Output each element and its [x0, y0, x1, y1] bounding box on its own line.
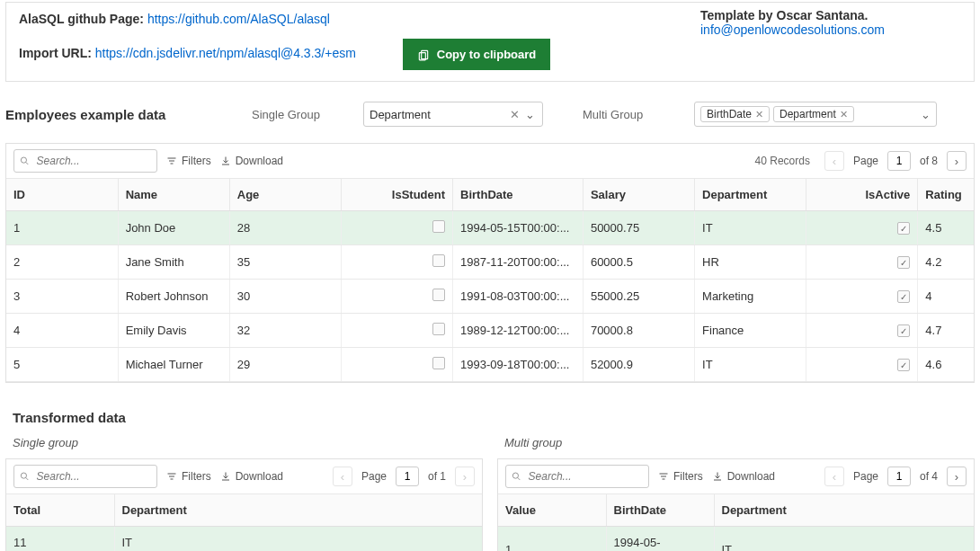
single-filters-button[interactable]: Filters [166, 470, 211, 483]
multi-page-next[interactable]: › [947, 467, 967, 486]
github-label: AlaSQL github Page: [19, 12, 147, 26]
download-icon [220, 471, 231, 482]
multi-search-input[interactable] [505, 465, 649, 488]
close-icon[interactable]: ✕ [840, 109, 848, 120]
single-page-number[interactable] [396, 467, 419, 486]
download-icon [220, 156, 231, 166]
filter-icon [166, 471, 177, 482]
single-page-of: of 1 [428, 470, 446, 483]
col-salary[interactable]: Salary [583, 179, 694, 211]
multi-download-button[interactable]: Download [712, 470, 775, 483]
col-department[interactable]: Department [714, 494, 974, 527]
col-isactive[interactable]: IsActive [806, 179, 918, 211]
table-row[interactable]: 2Jane Smith351987-11-20T00:00:...60000.5… [6, 245, 974, 280]
employees-title: Employees example data [5, 107, 230, 122]
clear-icon[interactable]: ✕ [506, 108, 523, 121]
filters-button[interactable]: Filters [166, 155, 211, 167]
checkbox-icon[interactable] [432, 254, 445, 267]
close-icon[interactable]: ✕ [755, 109, 763, 120]
single-download-button[interactable]: Download [220, 470, 283, 483]
table-row[interactable]: 11 IT [6, 527, 482, 552]
col-value[interactable]: Value [498, 494, 606, 527]
single-page-next[interactable]: › [455, 467, 475, 486]
filter-icon [658, 471, 669, 482]
checkbox-icon[interactable] [432, 220, 445, 233]
multi-group-label: Multi Group [583, 108, 673, 121]
svg-line-10 [26, 477, 29, 480]
checkbox-checked-icon[interactable] [897, 222, 910, 235]
checkbox-icon[interactable] [432, 357, 445, 369]
col-age[interactable]: Age [229, 179, 341, 211]
table-row[interactable]: 3Robert Johnson301991-08-03T00:00:...550… [6, 280, 974, 314]
transformed-title: Transformed data [0, 401, 980, 431]
svg-point-16 [512, 473, 518, 478]
single-page-label: Page [361, 470, 387, 483]
import-link[interactable]: https://cdn.jsdelivr.net/npm/alasql@4.3.… [95, 46, 356, 60]
single-group-table: Total Department 11 IT [6, 494, 482, 551]
table-row[interactable]: 1 1994-05-15T00:00:... IT [498, 527, 974, 552]
page-label: Page [853, 155, 878, 167]
download-button[interactable]: Download [220, 155, 283, 167]
svg-line-17 [518, 477, 521, 480]
col-department[interactable]: Department [695, 179, 806, 211]
employees-table: IDNameAgeIsStudentBirthDateSalaryDepartm… [6, 179, 974, 382]
multi-group-select[interactable]: BirthDate✕ Department✕ ⌄ [694, 102, 937, 127]
svg-line-3 [26, 162, 29, 164]
tag-department[interactable]: Department✕ [773, 106, 854, 122]
copy-clipboard-button[interactable]: Copy to clipboard [403, 39, 551, 70]
multi-filters-button[interactable]: Filters [658, 470, 703, 483]
single-group-label: Single Group [252, 108, 342, 121]
multi-group-subtitle: Multi group [497, 431, 975, 458]
chevron-down-icon: ⌄ [921, 108, 931, 121]
search-icon [20, 156, 30, 166]
checkbox-checked-icon[interactable] [897, 256, 910, 269]
contact-email[interactable]: info@openlowcodesolutions.com [700, 22, 885, 37]
col-isstudent[interactable]: IsStudent [341, 179, 452, 211]
checkbox-checked-icon[interactable] [897, 359, 910, 371]
checkbox-icon[interactable] [432, 289, 445, 301]
checkbox-checked-icon[interactable] [897, 290, 910, 303]
col-rating[interactable]: Rating [918, 179, 974, 211]
page-next-button[interactable]: › [947, 151, 967, 171]
col-total[interactable]: Total [6, 494, 114, 527]
col-name[interactable]: Name [118, 179, 229, 211]
table-row[interactable]: 1John Doe281994-05-15T00:00:...50000.75I… [6, 211, 974, 245]
svg-point-9 [21, 473, 26, 478]
multi-page-label: Page [853, 470, 878, 483]
svg-rect-0 [421, 50, 427, 58]
record-count: 40 Records [755, 155, 810, 167]
employees-table-container: Filters Download 40 Records ‹ Page of 8 … [5, 143, 975, 383]
multi-page-prev[interactable]: ‹ [824, 467, 844, 486]
import-label: Import URL: [19, 46, 95, 60]
search-icon [512, 471, 521, 482]
checkbox-checked-icon[interactable] [897, 324, 910, 337]
multi-page-number[interactable] [887, 467, 911, 486]
col-id[interactable]: ID [6, 179, 118, 211]
single-group-select[interactable]: Department ✕ ⌄ [363, 102, 543, 127]
multi-group-table: Value BirthDate Department 1 1994-05-15T… [498, 494, 974, 551]
page-number-input[interactable] [887, 151, 911, 171]
download-icon [712, 471, 723, 482]
search-icon [20, 471, 30, 482]
page-prev-button[interactable]: ‹ [824, 151, 844, 171]
multi-page-of: of 4 [920, 470, 938, 483]
filter-icon [166, 156, 177, 166]
clipboard-icon [417, 49, 430, 61]
template-author: Template by Oscar Santana. [700, 8, 961, 22]
col-birthdate[interactable]: BirthDate [606, 494, 714, 527]
single-page-prev[interactable]: ‹ [333, 467, 352, 486]
table-row[interactable]: 5Michael Turner291993-09-18T00:00:...520… [6, 348, 974, 382]
github-link[interactable]: https://github.com/AlaSQL/alasql [147, 12, 330, 26]
svg-point-2 [21, 157, 26, 163]
checkbox-icon[interactable] [432, 323, 445, 335]
col-department[interactable]: Department [114, 494, 482, 527]
single-group-subtitle: Single group [5, 431, 483, 458]
search-input[interactable] [13, 149, 157, 173]
page-of: of 8 [920, 155, 938, 167]
col-birthdate[interactable]: BirthDate [453, 179, 584, 211]
table-row[interactable]: 4Emily Davis321989-12-12T00:00:...70000.… [6, 314, 974, 348]
single-search-input[interactable] [13, 465, 157, 488]
chevron-down-icon: ⌄ [523, 108, 537, 121]
tag-birthdate[interactable]: BirthDate✕ [700, 106, 770, 122]
